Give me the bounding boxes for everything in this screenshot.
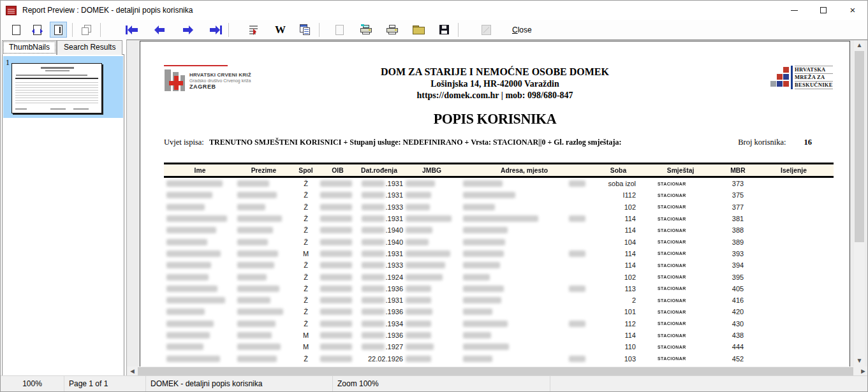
open-report-button[interactable]: [409, 22, 427, 38]
first-page-button[interactable]: [124, 22, 141, 38]
cell-jmbg: [403, 356, 460, 362]
redacted-value: [362, 286, 385, 292]
close-window-button[interactable]: ×: [838, 1, 867, 20]
cell-oib: [320, 274, 355, 280]
triangle-squares-icon: [770, 67, 790, 89]
cell-prezime: [236, 215, 291, 222]
table-row: Ž.1934112STACIONAR430: [164, 318, 834, 330]
redacted-value: [406, 262, 445, 268]
redacted-value: [320, 204, 352, 210]
cell-adresa: [460, 192, 588, 198]
whole-page-button[interactable]: [8, 22, 25, 38]
last-page-button[interactable]: [206, 22, 223, 38]
copy-pages-button[interactable]: [297, 22, 314, 38]
redacted-value: [463, 321, 508, 327]
thumbnails-panel: 1: [2, 54, 124, 376]
users-table: ImePrezimeSpolOIBDat.rođenjaJMBGAdresa, …: [164, 163, 834, 365]
user-count-value: 16: [804, 138, 813, 147]
maximize-button[interactable]: [809, 1, 838, 20]
close-button[interactable]: Close: [506, 22, 538, 38]
tab-thumbnails[interactable]: ThumbNails: [2, 40, 57, 55]
title-bar: Report Preview : DOMEK - detaljni popis …: [1, 1, 867, 20]
cell-mbr: 377: [712, 203, 763, 211]
vertical-scroll-thumb[interactable]: [855, 51, 864, 242]
redacted-value: [166, 215, 227, 222]
multiple-pages-button[interactable]: [78, 22, 95, 38]
zoom-100-button[interactable]: [50, 22, 67, 38]
redacted-value: [237, 215, 282, 222]
scroll-down-arrow[interactable]: ▼: [854, 356, 865, 367]
app-icon: [6, 6, 17, 15]
redacted-value: [463, 286, 504, 292]
redacted-value: [166, 297, 225, 303]
vertical-scrollbar[interactable]: ▲ ▼: [854, 40, 865, 367]
redacted-value: [463, 250, 504, 257]
redacted-value: [569, 321, 585, 327]
zoom-100-icon: [54, 25, 63, 35]
cell-smjestaj: STACIONAR: [649, 286, 712, 291]
redacted-value: [237, 250, 278, 257]
search-button[interactable]: W: [272, 22, 289, 38]
redacted-value: [406, 215, 452, 222]
cell-mbr: 444: [712, 343, 763, 351]
cell-mbr: 430: [712, 320, 763, 328]
next-page-button[interactable]: [179, 22, 196, 38]
previous-page-button[interactable]: [151, 22, 168, 38]
scroll-up-arrow[interactable]: ▲: [854, 40, 865, 51]
print-setup-button[interactable]: [357, 22, 374, 38]
cell-spol: Ž: [291, 203, 320, 211]
goto-page-button[interactable]: [246, 22, 263, 38]
preview-area[interactable]: HRVATSKI CRVENI KRIŽ Gradsko društvo Crv…: [126, 40, 868, 377]
cell-adresa: [460, 332, 588, 338]
cell-oib: [320, 262, 355, 268]
cell-mbr: 381: [712, 215, 763, 222]
cell-ime: [164, 332, 236, 338]
maximize-icon: [820, 7, 827, 13]
cell-prezime: [236, 321, 291, 327]
cell-dat-rodjenja: .1927: [355, 343, 403, 351]
redacted-value: [362, 332, 385, 338]
table-row: Ž.19312STACIONAR416: [164, 294, 834, 306]
table-row: M.1927110STACIONAR444: [164, 341, 834, 352]
cell-ime: [164, 215, 236, 222]
cell-soba: 114: [588, 215, 649, 222]
cell-soba: I112: [588, 191, 649, 199]
window-title: Report Preview : DOMEK - detaljni popis …: [22, 6, 193, 15]
multiple-pages-icon: [82, 25, 92, 35]
cell-spol: Ž: [291, 238, 320, 246]
redacted-value: [362, 180, 385, 187]
redacted-value: [237, 274, 267, 280]
cell-smjestaj: STACIONAR: [649, 182, 712, 186]
cell-smjestaj: STACIONAR: [649, 310, 712, 314]
tab-search-results[interactable]: Search Results: [57, 40, 122, 55]
thumbnail-page-1[interactable]: 1: [3, 56, 123, 118]
page-width-button[interactable]: [29, 22, 46, 38]
minimize-button[interactable]: [779, 1, 809, 20]
cell-dat-rodjenja: .1931: [355, 215, 403, 222]
horizontal-scroll-thumb[interactable]: [138, 367, 853, 376]
cell-jmbg: [403, 344, 460, 350]
redacted-value: [320, 180, 352, 187]
cell-prezime: [236, 262, 291, 268]
redacted-value: [166, 262, 211, 268]
redacted-value: [237, 309, 283, 315]
redacted-value: [362, 274, 385, 280]
cell-adresa: [460, 309, 588, 315]
cell-oib: [320, 227, 355, 233]
redacted-value: [320, 321, 352, 327]
condition-value: TRENUTNO SMJEŠTENI KORISNICI + Stupanj u…: [209, 138, 622, 147]
cell-mbr: 405: [712, 285, 763, 293]
redacted-value: [166, 239, 207, 245]
redacted-value: [569, 286, 585, 292]
print-setup-icon: [360, 25, 372, 34]
cell-mbr: 394: [712, 261, 763, 269]
cell-oib: [320, 180, 355, 187]
cell-adresa: [460, 180, 588, 187]
minimize-icon: [791, 10, 798, 11]
cell-smjestaj: STACIONAR: [649, 275, 712, 279]
save-report-button[interactable]: [436, 22, 453, 38]
redacted-value: [406, 286, 431, 292]
print-button[interactable]: [383, 22, 401, 38]
redacted-value: [166, 250, 221, 257]
redacted-value: [362, 239, 385, 245]
